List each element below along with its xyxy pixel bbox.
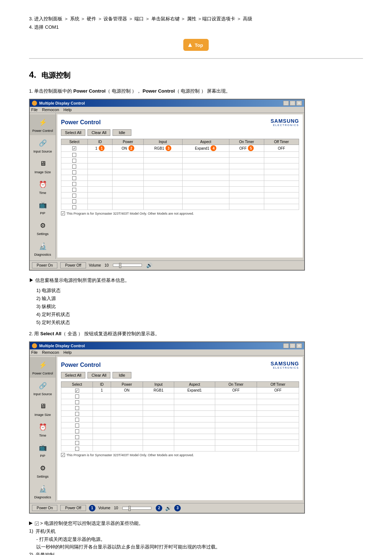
bullets1-intro: ▶ 信息窗格显示电源控制所需的某些基本信息。: [29, 277, 363, 284]
select-all-button[interactable]: Select All: [61, 129, 85, 136]
row1-select[interactable]: [61, 145, 88, 152]
sidebar2-item-pip[interactable]: 📺 PIP: [30, 439, 56, 460]
sidebar2-item-time[interactable]: ⏰ Time: [30, 419, 56, 440]
slider-thumb2: [128, 506, 131, 511]
select-all-button2[interactable]: Select All: [61, 372, 85, 378]
window2: Multiple Display Control _ □ × File Remo…: [29, 341, 305, 514]
row2-1-on-timer: OFF: [215, 388, 257, 393]
maximize-button2[interactable]: □: [290, 343, 295, 348]
window1-titlebar: Multiple Display Control _ □ ×: [30, 100, 304, 107]
volume-value: 10: [105, 263, 109, 267]
power-on-button[interactable]: Power On: [32, 262, 57, 268]
power-control-title2: Power Control: [61, 362, 101, 368]
clear-all-button[interactable]: Clear All: [87, 129, 110, 136]
bullet-item: 1) 电源状态: [36, 287, 363, 294]
close-button[interactable]: ×: [296, 101, 302, 106]
samsung-text2: SAMSUNG: [270, 361, 299, 366]
window-controls[interactable]: _ □ ×: [283, 101, 302, 106]
notice-checkbox[interactable]: [61, 211, 65, 215]
table-row: [61, 158, 299, 163]
circle-5: 5: [248, 145, 254, 151]
col-on-timer: On Timer: [229, 139, 264, 145]
sidebar2-item-diagnostics[interactable]: 🔬 Diagnostics: [30, 481, 56, 502]
clear-all-button2[interactable]: Clear All: [87, 372, 110, 378]
notice-row: This Program is for Syncmaster 323T/403T…: [61, 211, 299, 215]
input-source-icon: 🔗: [37, 137, 49, 149]
menu-help[interactable]: Help: [64, 108, 72, 112]
window2-table: Select ID Power Input Aspect On Timer Of…: [61, 381, 299, 451]
volume-slider[interactable]: [113, 264, 142, 267]
col2-id: ID: [93, 382, 111, 388]
samsung-sub2: ELECTRONICS: [273, 366, 299, 369]
sidebar-item-time[interactable]: ⏰ Time: [30, 177, 56, 197]
table-row: [61, 399, 299, 405]
row1-input: RGB13: [143, 145, 182, 152]
row2-1-input: RGB1: [143, 388, 174, 393]
sidebar-item-input-source[interactable]: 🔗 Input Source: [30, 135, 56, 156]
sidebar-item-image-size[interactable]: 🖥 Image Size: [30, 156, 56, 177]
item2-num: 2): [29, 552, 33, 555]
sidebar2-item-settings[interactable]: ⚙ Settings: [30, 460, 56, 481]
window2-titlebar: Multiple Display Control _ □ ×: [30, 342, 304, 349]
volume-slider2[interactable]: [122, 507, 151, 510]
circle-1: 1: [99, 145, 105, 151]
col2-power: Power: [111, 382, 143, 388]
bullets2-intro: ▶ > 电源控制使您可以控制选定显示器的某些功能。: [29, 520, 363, 527]
circle-4: 4: [211, 145, 216, 151]
slider-thumb: [119, 263, 121, 268]
table-row: [61, 198, 299, 204]
close-button2[interactable]: ×: [296, 343, 302, 348]
power-off-button[interactable]: Power Off: [60, 262, 86, 268]
power-off-button2[interactable]: Power Off: [60, 505, 86, 511]
sidebar-item-power-control[interactable]: ⚡ Power Control: [30, 114, 56, 135]
power-control-header2: Power Control SAMSUNG ELECTRONICS: [61, 361, 299, 369]
diagnostics-icon: 🔬: [37, 240, 49, 252]
top-icon-area: Top: [29, 39, 363, 51]
time-icon: ⏰: [37, 179, 49, 190]
menu2-help[interactable]: Help: [64, 350, 72, 355]
table-row: [61, 405, 299, 411]
volume-label: Volume: [89, 263, 101, 267]
titlebar-left2: Multiple Display Control: [32, 343, 85, 348]
subitem1: - 打开或关闭选定显示器的电源。: [36, 536, 363, 543]
bullet-item: 4) 定时开机状态: [36, 311, 363, 318]
idle-badge2: Idle: [113, 372, 131, 378]
sidebar-item-diagnostics[interactable]: 🔬 Diagnostics: [30, 238, 56, 259]
sidebar2-item-power-control[interactable]: ⚡ Power Control: [30, 357, 56, 378]
sidebar-item-settings[interactable]: ⚙ Settings: [30, 218, 56, 238]
minimize-button[interactable]: _: [283, 101, 289, 106]
window2-title: Multiple Display Control: [39, 344, 85, 348]
sidebar2-item-input-source[interactable]: 🔗 Input Source: [30, 378, 56, 398]
window2-controls[interactable]: _ □ ×: [283, 343, 302, 348]
window1-body: ⚡ Power Control 🔗 Input Source 🖥 Image S…: [30, 113, 304, 259]
sidebar2-item-image-size[interactable]: 🖥 Image Size: [30, 398, 56, 419]
table-row: 1 ON RGB1 Expand1 OFF OFF: [61, 388, 299, 393]
menu-file[interactable]: File: [31, 108, 38, 112]
table-row: [61, 393, 299, 399]
row1-checkbox[interactable]: [72, 146, 76, 150]
bullets2-item1-sub: - 打开或关闭选定显示器的电源。 以一秒钟的时间间隔打开各台显示器以防止多台显示…: [36, 536, 363, 550]
pip-icon2: 📺: [37, 442, 49, 453]
menu2-remocon[interactable]: Remocon: [42, 350, 59, 355]
bullet-item: 2) 输入源: [36, 295, 363, 302]
col-id: ID: [87, 139, 113, 145]
menu2-file[interactable]: File: [31, 350, 38, 355]
table-row: [61, 411, 299, 417]
notice-checkbox2[interactable]: [61, 453, 65, 457]
menu-remocon[interactable]: Remocon: [42, 108, 59, 112]
window1-menubar: File Remocon Help: [30, 107, 304, 113]
sidebar-item-pip[interactable]: 📺 PIP: [30, 197, 56, 218]
row1-aspect: Expand14: [182, 145, 229, 152]
item1-num: 1): [29, 528, 33, 534]
power-on-button2[interactable]: Power On: [32, 505, 57, 511]
notice-row2: This Program is for Syncmaster 323T/403T…: [61, 453, 299, 457]
row2-1-select[interactable]: [61, 388, 93, 393]
row2-1-id: 1: [93, 388, 111, 393]
row2-1-checkbox[interactable]: [75, 389, 79, 393]
settings-icon2: ⚙: [37, 462, 49, 474]
minimize-button2[interactable]: _: [283, 343, 289, 348]
top-button[interactable]: Top: [183, 39, 209, 51]
window2-body: ⚡ Power Control 🔗 Input Source 🖥 Image S…: [30, 356, 304, 502]
maximize-button[interactable]: □: [290, 101, 295, 106]
bullets1-list: 1) 电源状态 2) 输入源 3) 纵横比 4) 定时开机状态 5) 定时关机状…: [36, 287, 363, 326]
